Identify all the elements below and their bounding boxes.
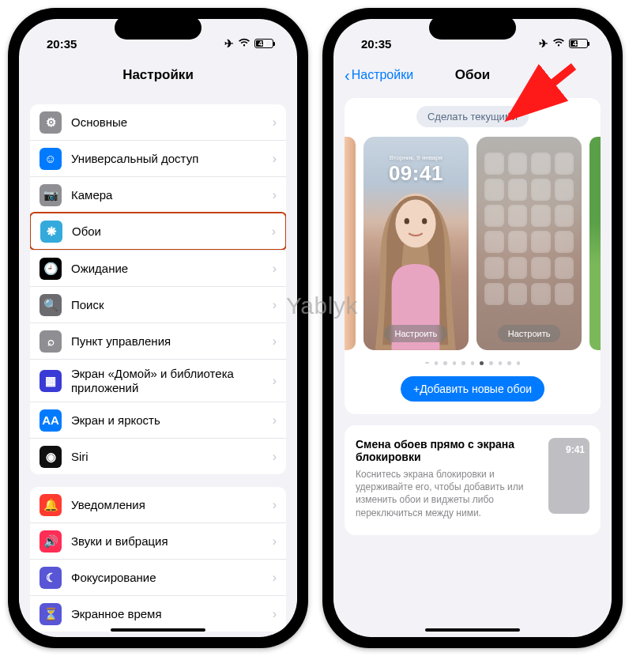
wallpaper-icon: ❋ [40, 221, 62, 243]
settings-row-label: Обои [72, 224, 101, 239]
status-icons: ✈ 43 [224, 37, 273, 50]
chevron-right-icon: › [273, 152, 277, 166]
chevron-right-icon: › [273, 413, 277, 428]
home-indicator[interactable] [111, 628, 205, 632]
page-title: Обои [455, 67, 491, 83]
chevron-right-icon: › [273, 607, 277, 621]
accessibility-icon: ☺ [40, 148, 62, 170]
settings-row-screen-time[interactable]: ⏳Экранное время› [30, 595, 286, 632]
home-screen-preview[interactable]: Настроить [476, 137, 582, 350]
settings-row-label: Универсальный доступ [71, 152, 198, 166]
customize-home-button[interactable]: Настроить [498, 325, 561, 342]
airplane-icon: ✈ [539, 37, 548, 50]
settings-row-notifications[interactable]: 🔔Уведомления› [30, 487, 286, 522]
svg-point-1 [396, 200, 436, 248]
focus-icon: ☾ [40, 567, 62, 589]
settings-row-label: Фокусирование [71, 571, 156, 585]
gear-icon: ⚙ [40, 111, 62, 134]
wallpaper-peek-next[interactable] [589, 137, 601, 350]
back-label: Настройки [352, 68, 413, 82]
lock-date: Вторник, 9 января [363, 154, 469, 161]
settings-group: ⚙Основные›☺Универсальный доступ›📷Камера›… [30, 104, 286, 474]
screen-settings: 20:35 ✈ 43 Настройки ⚙Основные›☺Универса… [19, 19, 297, 637]
svg-point-2 [405, 218, 409, 224]
settings-row-label: Поиск [71, 298, 104, 312]
settings-row-label: Siri [71, 450, 89, 464]
settings-row-home-screen[interactable]: ▦Экран «Домой» и библиотека приложений› [30, 359, 286, 402]
settings-row-control-center[interactable]: ⌕Пункт управления› [30, 322, 286, 359]
navigation-bar: Настройки [19, 58, 297, 92]
home-indicator[interactable] [425, 628, 520, 632]
chevron-right-icon: › [273, 374, 277, 388]
search-icon: 🔍 [40, 294, 62, 316]
dynamic-island [429, 16, 516, 40]
chevron-right-icon: › [272, 224, 276, 239]
settings-row-camera[interactable]: 📷Камера› [30, 176, 286, 213]
sounds-icon: 🔊 [40, 530, 62, 553]
lock-screen-preview[interactable]: Вторник, 9 января 09:41 [363, 137, 469, 350]
tip-card: Смена обоев прямо с экрана блокировки Ко… [345, 425, 601, 535]
svg-line-4 [510, 66, 574, 117]
settings-row-standby[interactable]: 🕘Ожидание› [30, 250, 286, 286]
chevron-right-icon: › [273, 334, 277, 349]
chevron-right-icon: › [273, 262, 277, 276]
airplane-icon: ✈ [224, 37, 234, 50]
status-time: 20:35 [361, 37, 391, 51]
status-icons: ✈ 43 [539, 37, 588, 50]
wallpaper-peek-prev[interactable] [345, 137, 356, 350]
tip-title: Смена обоев прямо с экрана блокировки [356, 438, 537, 463]
chevron-right-icon: › [273, 298, 277, 312]
chevron-right-icon: › [273, 188, 277, 202]
chevron-right-icon: › [273, 450, 277, 464]
control-center-icon: ⌕ [40, 330, 62, 353]
battery-icon: 43 [254, 39, 273, 48]
settings-list[interactable]: ⚙Основные›☺Универсальный доступ›📷Камера›… [19, 92, 297, 637]
settings-row-search[interactable]: 🔍Поиск› [30, 286, 286, 322]
settings-row-label: Основные [71, 115, 127, 130]
page-dots[interactable] [345, 361, 601, 365]
settings-row-accessibility[interactable]: ☺Универсальный доступ› [30, 140, 286, 176]
battery-icon: 43 [569, 39, 588, 48]
settings-row-label: Ожидание [71, 262, 128, 276]
screen-time-icon: ⏳ [40, 603, 62, 625]
wallpaper-previews[interactable]: Вторник, 9 января 09:41 [345, 137, 601, 350]
tip-thumb-time: 9:41 [566, 444, 585, 514]
settings-row-label: Экранное время [71, 607, 162, 621]
chevron-left-icon: ‹ [345, 67, 350, 83]
settings-row-label: Уведомления [71, 498, 145, 512]
page-title: Настройки [122, 67, 194, 83]
settings-row-wallpaper[interactable]: ❋Обои› [30, 212, 286, 251]
settings-row-label: Пункт управления [71, 334, 171, 349]
settings-row-display[interactable]: AAЭкран и яркость› [30, 402, 286, 438]
settings-row-focus[interactable]: ☾Фокусирование› [30, 559, 286, 595]
svg-point-3 [422, 218, 427, 224]
chevron-right-icon: › [273, 534, 277, 549]
tip-thumbnail: 9:41 [548, 438, 589, 514]
annotation-arrow [495, 62, 582, 129]
settings-row-label: Экран и яркость [71, 413, 160, 428]
wallpaper-card: Сделать текущими Вторник, 9 января 09:41 [345, 98, 601, 414]
dynamic-island [115, 16, 201, 40]
add-wallpaper-button[interactable]: +Добавить новые обои [401, 376, 544, 402]
settings-row-sounds[interactable]: 🔊Звуки и вибрация› [30, 522, 286, 559]
chevron-right-icon: › [273, 498, 277, 512]
settings-row-general[interactable]: ⚙Основные› [30, 104, 286, 140]
person-photo [363, 173, 469, 350]
settings-group: 🔔Уведомления›🔊Звуки и вибрация›☾Фокусиро… [30, 487, 286, 632]
chevron-right-icon: › [273, 571, 277, 585]
phone-left: 20:35 ✈ 43 Настройки ⚙Основные›☺Универса… [8, 8, 308, 648]
tip-body: Коснитесь экрана блокировки и удерживайт… [356, 468, 537, 519]
back-button[interactable]: ‹ Настройки [345, 67, 413, 83]
siri-icon: ◉ [40, 446, 62, 468]
settings-row-label: Камера [71, 188, 112, 202]
display-icon: AA [40, 409, 62, 432]
chevron-right-icon: › [273, 115, 277, 130]
phone-right: 20:35 ✈ 43 ‹ Настройки Обои Сделать те [322, 8, 623, 648]
app-grid [484, 153, 574, 317]
customize-lock-button[interactable]: Настроить [385, 325, 448, 342]
wallpaper-content[interactable]: Сделать текущими Вторник, 9 января 09:41 [333, 92, 612, 637]
wifi-icon [552, 37, 565, 50]
settings-row-siri[interactable]: ◉Siri› [30, 438, 286, 474]
settings-row-label: Звуки и вибрация [71, 534, 168, 549]
standby-icon: 🕘 [40, 258, 62, 280]
